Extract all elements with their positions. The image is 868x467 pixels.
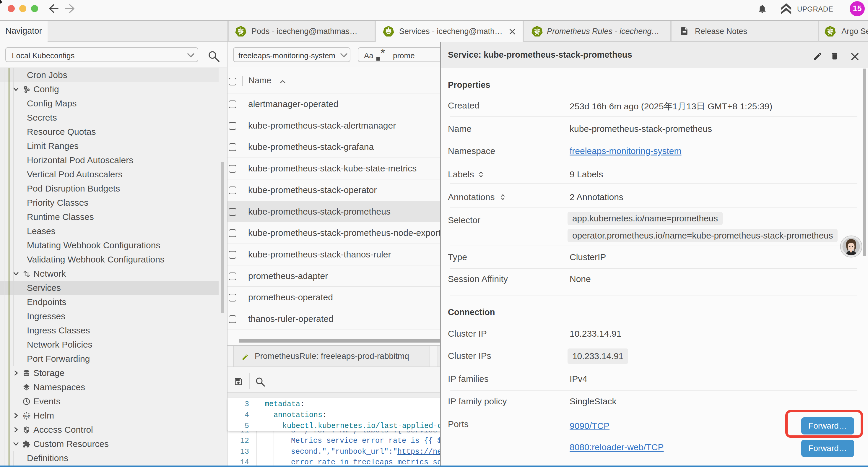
svg-text:HELM: HELM <box>23 414 30 417</box>
